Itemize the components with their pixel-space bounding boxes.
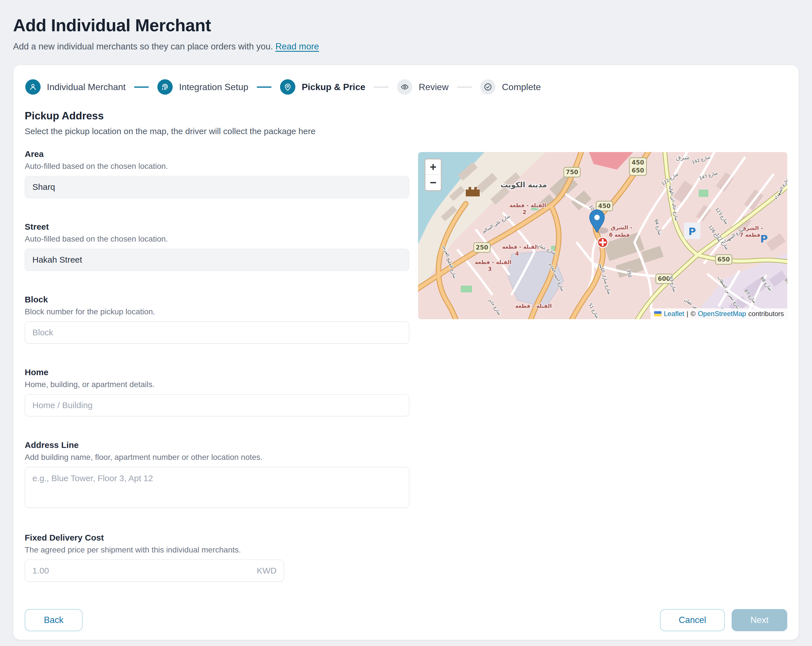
step-connector [374,86,389,88]
parking-icon: P [688,226,696,237]
step-label: Individual Merchant [47,82,125,92]
home-label: Home [25,367,409,377]
contributors-text: contributors [748,310,784,318]
block-label: Block [25,295,409,305]
svg-text:750: 750 [566,169,578,176]
check-circle-icon [480,79,496,95]
page-title: Add Individual Merchant [13,15,799,35]
street-input[interactable] [25,249,409,271]
field-delivery-cost: Fixed Delivery Cost The agreed price per… [25,533,409,582]
svg-text:الشرق -: الشرق - [611,224,632,231]
field-street: Street Auto-filled based on the chosen l… [25,222,409,271]
step-connector [257,86,272,88]
step-complete[interactable]: Complete [480,79,541,95]
delivery-cost-wrap: KWD [25,560,284,582]
svg-text:2: 2 [523,209,526,215]
street-helper: Auto-filled based on the chosen location… [25,234,409,243]
svg-text:4: 4 [515,250,519,257]
pickup-location-map[interactable]: P P 750 450 650 450 250 650 [418,152,787,319]
page: Add Individual Merchant Add a new indivi… [0,0,812,646]
read-more-link[interactable]: Read more [275,41,319,51]
attribution-divider: | [687,310,688,318]
city-label: مدينة الكويت [501,181,547,189]
field-area: Area Auto-filled based on the chosen loc… [25,149,409,198]
osm-link[interactable]: OpenStreetMap [698,310,746,318]
svg-text:650: 650 [717,256,730,263]
home-input[interactable] [25,394,409,416]
address-line-label: Address Line [25,440,409,450]
svg-text:450: 450 [632,159,644,166]
street-label: Street [25,222,409,232]
svg-text:القبلة - قطعة: القبلة - قطعة [510,202,546,208]
wizard-actions: Back Cancel Next [25,609,787,631]
delivery-cost-helper: The agreed price per shipment with this … [25,545,409,554]
map-zoom-control: + − [424,158,442,191]
block-helper: Block number for the pickup location. [25,307,409,316]
delivery-cost-input[interactable] [25,560,284,582]
step-label: Review [419,82,449,92]
actions-right: Cancel Next [660,609,787,631]
eye-icon [397,79,412,95]
address-line-textarea[interactable] [25,467,409,508]
copyright-symbol: © [690,310,696,318]
stepper: Individual Merchant Integration Setup Pi… [25,77,787,95]
svg-text:القبلة - قطعة: القبلة - قطعة [502,243,539,250]
zoom-in-button[interactable]: + [426,159,441,175]
leaflet-link[interactable]: Leaflet [664,310,684,318]
currency-suffix: KWD [257,566,277,576]
delivery-cost-label: Fixed Delivery Cost [25,533,409,543]
map-attribution: Leaflet | © OpenStreetMap contributors [651,308,787,319]
svg-text:250: 250 [476,244,488,251]
section-subtitle: Select the pickup location on the map, t… [25,127,787,136]
field-block: Block Block number for the pickup locati… [25,295,409,344]
form-fields: Area Auto-filled based on the chosen loc… [25,149,409,582]
step-connector [457,86,472,88]
wizard-card: Individual Merchant Integration Setup Pi… [13,65,799,640]
svg-text:قطعة 7: قطعة 7 [740,232,760,238]
svg-text:القبلة - قطعة: القبلة - قطعة [515,303,552,309]
field-home: Home Home, building, or apartment detail… [25,367,409,416]
home-helper: Home, building, or apartment details. [25,380,409,389]
step-label: Pickup & Price [302,82,365,92]
map-canvas: P P 750 450 650 450 250 650 [418,152,787,319]
ukraine-flag-icon [654,311,661,316]
page-subtitle: Add a new individual merchants so they c… [13,41,799,52]
step-pickup-price[interactable]: Pickup & Price [280,79,365,95]
svg-text:600: 600 [658,276,670,282]
hospital-icon [598,237,608,248]
zoom-out-button[interactable]: − [426,175,441,190]
step-connector [134,86,149,88]
step-label: Complete [502,82,541,92]
next-button[interactable]: Next [732,609,787,631]
area-input[interactable] [25,176,409,198]
svg-text:القبلة - قطعة: القبلة - قطعة [475,259,511,265]
step-individual-merchant[interactable]: Individual Merchant [25,79,125,95]
field-address-line: Address Line Add building name, floor, a… [25,440,409,509]
back-button[interactable]: Back [25,609,82,631]
svg-text:3: 3 [488,266,491,272]
svg-text:قطعة 6: قطعة 6 [609,232,630,238]
svg-text:450: 450 [598,203,611,210]
step-review[interactable]: Review [397,79,449,95]
area-helper: Auto-filled based on the chosen location… [25,162,409,171]
address-line-helper: Add building name, floor, apartment numb… [25,453,409,462]
parking-icon: P [760,233,768,245]
block-input[interactable] [25,321,409,344]
step-label: Integration Setup [179,82,248,92]
page-subtitle-text: Add a new individual merchants so they c… [13,41,273,51]
map-pin-icon [280,79,295,95]
form-grid: Area Auto-filled based on the chosen loc… [25,149,787,582]
fingerprint-icon [157,79,172,95]
section-title: Pickup Address [25,110,787,122]
step-integration-setup[interactable]: Integration Setup [157,79,248,95]
area-label-sharq: شرق [676,154,690,161]
user-icon [25,79,41,95]
area-label: Area [25,149,409,159]
svg-text:650: 650 [632,167,644,174]
cancel-button[interactable]: Cancel [660,609,725,631]
